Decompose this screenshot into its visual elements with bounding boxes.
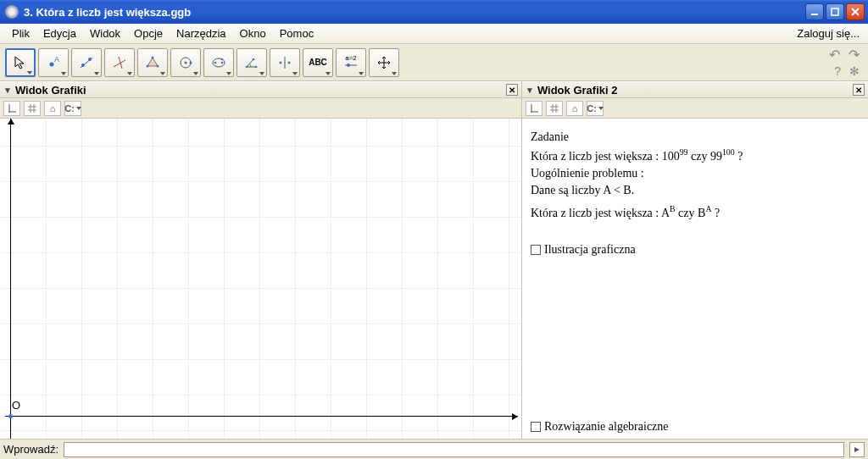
tool-point[interactable]: A xyxy=(38,48,69,77)
svg-point-11 xyxy=(152,56,154,58)
panel-title-left: Widok Grafiki xyxy=(15,84,506,97)
grid-toggle[interactable] xyxy=(546,101,563,116)
tool-circle[interactable] xyxy=(170,48,201,77)
svg-text:A: A xyxy=(54,55,59,64)
menu-narzedzia[interactable]: Narzędzia xyxy=(170,25,233,41)
right-pane: Zadanie Która z liczb jest większa : 100… xyxy=(522,119,868,439)
maximize-button[interactable] xyxy=(826,3,844,20)
text-tool-label: ABC xyxy=(309,58,327,67)
checkbox-label: Ilustracja graficzna xyxy=(544,243,636,257)
svg-point-22 xyxy=(255,65,258,68)
tool-angle[interactable] xyxy=(236,48,267,77)
svg-point-23 xyxy=(253,58,255,60)
text-question1: Która z liczb jest większa : 10099 czy 9… xyxy=(531,147,860,163)
axes-toggle[interactable] xyxy=(526,101,542,116)
subtoolbar-right: ⌂ C: xyxy=(522,98,868,119)
axes-toggle[interactable] xyxy=(3,101,20,116)
tool-move-view[interactable] xyxy=(369,48,399,77)
svg-point-28 xyxy=(347,64,350,67)
text-uogolnienie: Uogólnienie problemu : xyxy=(531,167,860,180)
menu-okno[interactable]: Okno xyxy=(233,25,273,41)
redo-button[interactable]: ↷ xyxy=(849,47,860,63)
graphics-view-2[interactable]: Zadanie Która z liczb jest większa : 100… xyxy=(522,119,868,439)
tool-text[interactable]: ABC xyxy=(303,48,333,77)
tool-perpendicular[interactable] xyxy=(104,48,135,77)
panel-header-right: ▼ Widok Grafiki 2 ✕ xyxy=(522,81,868,98)
menubar: Plik Edycja Widok Opcje Narzędzia Okno P… xyxy=(0,24,868,44)
home-button[interactable]: ⌂ xyxy=(44,101,61,116)
subtoolbar-left: ⌂ C: xyxy=(0,98,521,119)
svg-point-26 xyxy=(288,61,291,64)
graphics-view-1[interactable]: O xyxy=(0,119,521,439)
origin-point[interactable] xyxy=(8,414,13,418)
collapse-icon[interactable]: ▼ xyxy=(526,86,534,95)
panel-close-left[interactable]: ✕ xyxy=(506,84,518,96)
svg-point-21 xyxy=(246,65,248,68)
svg-point-19 xyxy=(221,61,224,64)
checkbox-rozwiazanie[interactable]: Rozwiązanie algebraiczne xyxy=(531,420,669,434)
tool-polygon[interactable] xyxy=(137,48,168,77)
left-pane: O xyxy=(0,119,522,439)
menu-opcje[interactable]: Opcje xyxy=(127,25,170,41)
text-question2: Która z liczb jest większa : AB czy BA ? xyxy=(531,204,860,220)
command-input[interactable] xyxy=(64,442,844,457)
menu-edycja[interactable]: Edycja xyxy=(36,25,83,41)
input-help-button[interactable] xyxy=(849,442,865,457)
grid-toggle[interactable] xyxy=(24,101,41,116)
panel-close-right[interactable]: ✕ xyxy=(853,84,865,96)
svg-point-25 xyxy=(280,61,282,64)
checkbox-ilustracja[interactable]: Ilustracja graficzna xyxy=(531,243,860,257)
login-link[interactable]: Zaloguj się... xyxy=(797,27,863,40)
snap-dropdown[interactable]: C: xyxy=(587,101,604,116)
svg-point-15 xyxy=(185,61,187,64)
toolbar: A ABC a=2 xyxy=(0,44,868,81)
titlebar: 3. Która z liczb jest większa.ggb xyxy=(0,0,868,24)
origin-label: O xyxy=(12,399,20,412)
window-title: 3. Która z liczb jest większa.ggb xyxy=(24,6,805,19)
svg-point-16 xyxy=(190,61,192,64)
tool-reflect[interactable] xyxy=(270,48,300,77)
y-axis xyxy=(10,119,11,439)
settings-button[interactable]: ✻ xyxy=(849,64,860,78)
menu-plik[interactable]: Plik xyxy=(5,25,36,41)
input-bar: Wprowadź: xyxy=(0,439,868,459)
svg-point-18 xyxy=(214,61,217,64)
help-button[interactable]: ? xyxy=(834,64,841,78)
input-label: Wprowadź: xyxy=(3,443,58,456)
svg-point-13 xyxy=(147,64,149,67)
checkbox-label: Rozwiązanie algebraiczne xyxy=(544,420,669,434)
svg-point-12 xyxy=(157,64,159,67)
text-zadanie: Zadanie xyxy=(531,130,860,144)
home-button[interactable]: ⌂ xyxy=(566,101,583,116)
svg-point-20 xyxy=(221,58,224,60)
svg-rect-1 xyxy=(832,8,838,15)
panel-header-left: ▼ Widok Grafiki ✕ xyxy=(0,81,521,98)
svg-point-4 xyxy=(50,62,54,66)
collapse-icon[interactable]: ▼ xyxy=(3,86,12,95)
main-area: O Zadanie Która z liczb jest większa : 1… xyxy=(0,119,868,439)
menu-pomoc[interactable]: Pomoc xyxy=(273,25,320,41)
app-icon xyxy=(5,5,19,19)
snap-dropdown[interactable]: C: xyxy=(64,101,81,116)
undo-button[interactable]: ↶ xyxy=(829,47,840,63)
x-axis xyxy=(5,416,518,417)
checkbox-icon[interactable] xyxy=(531,422,541,432)
menu-widok[interactable]: Widok xyxy=(83,25,127,41)
minimize-button[interactable] xyxy=(805,3,824,20)
tool-move[interactable] xyxy=(5,48,36,77)
svg-point-8 xyxy=(88,58,92,61)
tool-conic[interactable] xyxy=(203,48,234,77)
panel-title-right: Widok Grafiki 2 xyxy=(537,84,853,97)
svg-point-7 xyxy=(81,64,85,67)
slider-tool-label: a=2 xyxy=(343,55,359,62)
close-button[interactable] xyxy=(846,3,865,20)
tool-line[interactable] xyxy=(71,48,102,77)
tool-slider[interactable]: a=2 xyxy=(336,48,366,77)
checkbox-icon[interactable] xyxy=(531,245,541,255)
text-dane: Dane są liczby A < B. xyxy=(531,184,860,197)
